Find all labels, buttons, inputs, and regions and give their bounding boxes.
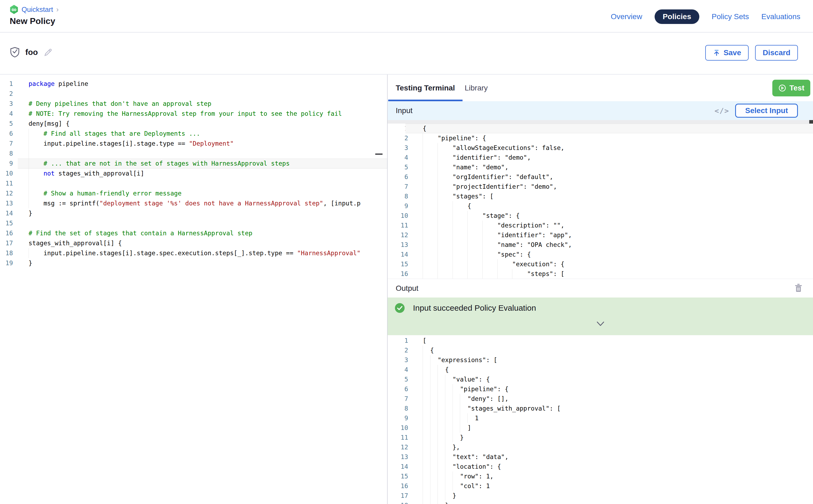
horizontal-scrollbar[interactable] (387, 120, 813, 124)
line-number: 19 (0, 258, 13, 268)
line-number: 16 (387, 481, 408, 491)
line-number: 2 (0, 89, 13, 99)
line-number: 8 (387, 191, 408, 201)
workspace: 1package pipeline23# Deny pipelines that… (0, 75, 813, 504)
line-number: 10 (0, 169, 13, 179)
line-number: 1 (387, 336, 408, 345)
line-number: 8 (387, 404, 408, 413)
line-number: 3 (387, 143, 408, 153)
code-line: 16# Find the set of stages that contain … (0, 228, 387, 238)
line-number: 12 (387, 442, 408, 452)
code-brackets-icon[interactable]: </> (715, 107, 730, 115)
code-line: 18 input.pipeline.stages[i].stage.spec.e… (0, 248, 387, 258)
code-line: 17stages_with_approval[i] { (0, 238, 387, 248)
chevron-down-icon[interactable] (596, 321, 605, 327)
input-json-editor[interactable]: 1{2 "pipeline": {3 "allowStageExecutions… (387, 120, 813, 279)
line-number: 11 (387, 221, 408, 230)
code-line: 7 "projectIdentifier": "demo", (387, 182, 813, 191)
code-line: 10 not stages_with_approval[i] (0, 169, 387, 179)
code-line: 3 "expressions": [ (387, 355, 813, 365)
line-number: 6 (387, 384, 408, 394)
line-number: 10 (387, 423, 408, 433)
code-line: 3 "allowStageExecutions": false, (387, 143, 813, 153)
play-circle-icon (778, 84, 786, 92)
code-line: 19} (0, 258, 387, 268)
indent-guides (29, 179, 43, 188)
nav-tabs: Overview Policies Policy Sets Evaluation… (611, 9, 800, 25)
save-button[interactable]: Save (705, 45, 749, 61)
code-line: 2 { (387, 345, 813, 355)
code-line: 4# NOTE: Try removing the HarnessApprova… (0, 109, 387, 119)
line-number: 15 (387, 259, 408, 269)
code-line: 12 "identifier": "app", (387, 230, 813, 240)
code-line: 7 input.pipeline.stages[i].stage.type ==… (0, 139, 387, 149)
tab-library[interactable]: Library (465, 75, 488, 101)
page-header: ∞ Quickstart › New Policy Overview Polic… (0, 0, 813, 33)
code-line: 1package pipeline (0, 79, 387, 89)
code-line: 4 { (387, 365, 813, 375)
tab-policies[interactable]: Policies (655, 9, 699, 24)
output-section-header: Output (387, 279, 813, 297)
line-number: 6 (387, 172, 408, 182)
evaluation-success-banner: Input succeeded Policy Evaluation (387, 297, 813, 335)
line-number: 7 (0, 139, 13, 149)
page-title: New Policy (10, 16, 55, 26)
line-number: 7 (387, 182, 408, 191)
discard-button[interactable]: Discard (755, 45, 798, 61)
save-button-label: Save (724, 48, 741, 57)
line-number: 1 (0, 79, 13, 89)
line-number: 4 (0, 109, 13, 119)
code-line: 14} (0, 208, 387, 218)
trash-icon[interactable] (794, 284, 802, 293)
evaluation-status-text: Input succeeded Policy Evaluation (413, 303, 536, 313)
output-json-editor[interactable]: 1[2 {3 "expressions": [4 {5 "value": {6 … (387, 335, 813, 504)
line-number: 6 (0, 129, 13, 139)
shield-check-icon (10, 47, 20, 58)
code-line: 8 "stages_with_approval": [ (387, 404, 813, 413)
code-line: 9 # ... that are not in the set of stage… (0, 159, 387, 169)
line-number: 12 (387, 230, 408, 240)
line-number: 1 (387, 124, 408, 133)
line-number: 17 (0, 238, 13, 248)
rego-code-editor[interactable]: 1package pipeline23# Deny pipelines that… (0, 75, 387, 504)
line-number: 14 (387, 250, 408, 259)
discard-button-label: Discard (763, 48, 790, 57)
code-line: 12 # Show a human-friendly error message (0, 188, 387, 198)
line-number: 4 (387, 365, 408, 375)
tab-testing-terminal[interactable]: Testing Terminal (392, 75, 459, 101)
policy-toolbar: foo Save Discard (0, 33, 813, 75)
scrollbar-thumb[interactable] (809, 120, 813, 124)
line-number: 3 (0, 99, 13, 109)
code-line: 2 "pipeline": { (387, 133, 813, 143)
code-line: 3# Deny pipelines that don't have an app… (0, 99, 387, 109)
line-number: 13 (387, 452, 408, 462)
select-input-button[interactable]: Select Input (735, 104, 798, 118)
edit-pencil-icon[interactable] (43, 47, 53, 57)
line-number: 18 (0, 248, 13, 258)
tab-policy-sets[interactable]: Policy Sets (712, 12, 749, 21)
code-line: 5deny[msg] { (0, 119, 387, 129)
code-line: 13 "name": "OPA check", (387, 240, 813, 250)
tab-overview[interactable]: Overview (611, 12, 642, 21)
input-title: Input (396, 106, 413, 115)
line-number: 11 (0, 179, 13, 188)
line-number: 2 (387, 345, 408, 355)
breadcrumb-link-quickstart[interactable]: Quickstart (22, 5, 53, 14)
line-number: 17 (387, 491, 408, 501)
code-line: 15 "execution": { (387, 259, 813, 269)
line-number: 5 (387, 375, 408, 384)
code-line: 1[ (387, 336, 813, 345)
code-line: 18 } (387, 501, 813, 504)
code-line: 17 } (387, 491, 813, 501)
line-number: 10 (387, 211, 408, 221)
code-line: 12 }, (387, 442, 813, 452)
testing-panel: Testing Terminal Library Test Input </> (387, 75, 813, 504)
harness-logo-icon: ∞ (10, 5, 18, 14)
code-line: 16 "col": 1 (387, 481, 813, 491)
line-number: 16 (387, 269, 408, 279)
test-button[interactable]: Test (772, 80, 811, 96)
policy-name: foo (25, 48, 38, 57)
code-line: 13 "text": "data", (387, 452, 813, 462)
line-number: 9 (387, 413, 408, 423)
tab-evaluations[interactable]: Evaluations (761, 12, 800, 21)
